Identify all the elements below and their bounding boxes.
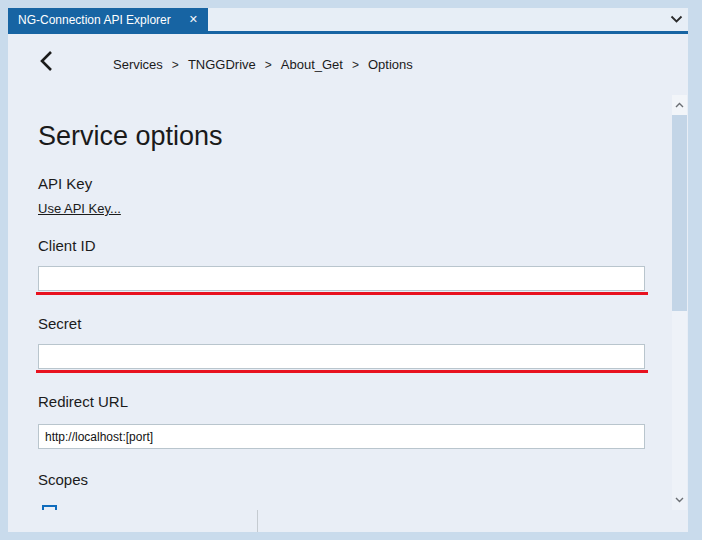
tab-bar: NG-Connection API Explorer ✕	[8, 8, 688, 31]
scrollable-form-area: Service options API Key Use API Key... C…	[8, 95, 688, 510]
scopes-label: Scopes	[38, 471, 88, 488]
content-panel: Services > TNGGDrive > About_Get > Optio…	[8, 34, 688, 532]
page-title: Service options	[38, 121, 223, 152]
chevron-up-icon	[675, 102, 684, 108]
breadcrumb: Services > TNGGDrive > About_Get > Optio…	[113, 57, 413, 72]
chevron-down-icon	[675, 497, 684, 503]
secret-error-underline	[36, 370, 648, 373]
tab-ng-connection-api-explorer[interactable]: NG-Connection API Explorer ✕	[8, 8, 208, 31]
bottom-pane-divider	[257, 510, 258, 532]
api-key-label: API Key	[38, 175, 92, 192]
breadcrumb-item-tnggdrive[interactable]: TNGGDrive	[188, 57, 256, 72]
breadcrumb-item-about-get[interactable]: About_Get	[281, 57, 343, 72]
tool-window: NG-Connection API Explorer ✕ Services > …	[8, 8, 688, 532]
scope-checkbox[interactable]	[42, 505, 57, 510]
close-icon[interactable]: ✕	[189, 14, 198, 25]
vertical-scrollbar[interactable]	[672, 95, 687, 510]
scroll-down-button[interactable]	[672, 490, 687, 510]
use-api-key-link[interactable]: Use API Key...	[38, 201, 121, 216]
scroll-up-button[interactable]	[672, 95, 687, 115]
secret-input[interactable]	[38, 344, 645, 369]
scrollbar-thumb[interactable]	[672, 115, 687, 311]
breadcrumb-item-services[interactable]: Services	[113, 57, 163, 72]
secret-label: Secret	[38, 315, 81, 332]
tab-title: NG-Connection API Explorer	[18, 13, 175, 27]
breadcrumb-separator: >	[265, 58, 272, 72]
chevron-down-icon[interactable]	[670, 15, 683, 24]
client-id-input[interactable]	[38, 266, 645, 291]
client-id-error-underline	[36, 292, 648, 295]
back-button[interactable]	[38, 49, 54, 73]
client-id-label: Client ID	[38, 237, 96, 254]
redirect-url-label: Redirect URL	[38, 393, 128, 410]
breadcrumb-separator: >	[172, 58, 179, 72]
breadcrumb-item-options[interactable]: Options	[368, 57, 413, 72]
redirect-url-input[interactable]	[38, 424, 645, 449]
breadcrumb-separator: >	[352, 58, 359, 72]
